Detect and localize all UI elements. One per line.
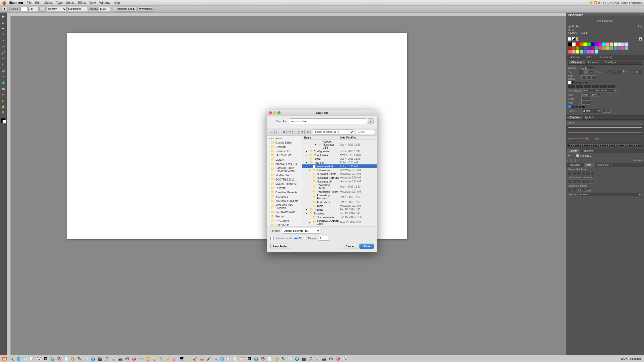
file-item-scripting[interactable]: ▾ 📁 Scripting Feb 15, 2014 1:49 [302, 211, 377, 215]
color-swatch[interactable] [598, 42, 602, 46]
corner-miter[interactable]: ⌐ [607, 70, 611, 74]
dock-item-14[interactable]: 🎵 [103, 355, 110, 362]
darker-btn[interactable]: ▼ [635, 37, 639, 41]
file-item-arrowheadai[interactable]: 📄 arrowhead.ai Today 10:42 AM [302, 164, 377, 168]
color-swatch[interactable] [598, 46, 602, 50]
color-swatch[interactable] [610, 42, 613, 46]
sidebar-item-*rixbiz04-05[interactable]: 📁*RixBiz04-05 [267, 153, 302, 157]
save-button[interactable]: Save [359, 244, 374, 249]
sidebar-item-mrsgodsort![interactable]: 📁MrsGodSort! [267, 173, 302, 177]
stroke-color[interactable] [20, 7, 27, 11]
dock-item-46[interactable]: 📷 [321, 355, 327, 362]
size-end[interactable] [591, 93, 600, 97]
paintbrush-tool[interactable]: 🖌 [1, 50, 6, 55]
color-swatch[interactable] [576, 46, 579, 50]
dock-item-17[interactable]: 🎮 [124, 355, 130, 362]
dock-item-38[interactable]: 📄 [266, 355, 273, 362]
pt-round[interactable] [68, 7, 88, 11]
rect-tool[interactable]: ▭ [1, 44, 6, 49]
spacing-input[interactable] [577, 188, 586, 192]
dashed-checkbox[interactable] [568, 81, 571, 84]
sidebar-item-fredrixweb2011[interactable]: 📁FredRixWeb2011 [267, 210, 302, 214]
scale-btn1[interactable] [581, 97, 585, 101]
dock-item-43[interactable]: 🎬 [300, 355, 307, 362]
artboard-eye[interactable]: 👁 [568, 154, 571, 157]
file-item-adobe-illustrator-cs[interactable]: ▾ 📁 Adobe Illustrator CS6 Dec 4, 2013 12… [302, 140, 377, 149]
color-swatch[interactable] [583, 42, 587, 46]
sidebar-item-archive_fred_rix[interactable]: 📁Archive_Fred_Rix [267, 162, 302, 166]
brush-item-1[interactable] [567, 125, 643, 130]
menu-help[interactable]: Help [113, 1, 120, 5]
sidebar-item-bcctrle2012[interactable]: 📁BCCTRLE2012 [267, 177, 302, 182]
dock-item-26[interactable]: 🎺 [185, 355, 191, 362]
gap2[interactable] [592, 84, 599, 88]
stroke-color-box[interactable] [3, 120, 6, 123]
tab-pathfinder[interactable]: Pathfinder [595, 163, 612, 167]
dock-item-18[interactable]: 🎯 [131, 355, 137, 362]
stroke-width[interactable] [28, 7, 38, 11]
use-artboards-checkbox[interactable] [270, 237, 274, 240]
dock-item-35[interactable]: 🖼 [246, 355, 253, 362]
sidebar-item-sswmc[interactable]: 📁SSWMC [267, 186, 302, 190]
white-fill[interactable] [568, 37, 571, 41]
dock-item-23[interactable]: 🔑 [165, 355, 171, 362]
dock-item-27[interactable]: 🎻 [192, 355, 198, 362]
size-start[interactable] [581, 93, 590, 97]
file-item-photoshop-formats[interactable]: 📁 Photoshop Formats Dec 4, 2013 12:51 [302, 194, 377, 200]
arrowhead-start[interactable]: None [581, 88, 599, 93]
sidebar-item-mylowtidings-all[interactable]: 📁MyLowTidings-All [267, 182, 302, 186]
dock-item-13[interactable]: 🎬 [97, 355, 103, 362]
preferences-btn[interactable]: Preferences [137, 7, 154, 12]
file-item-legal[interactable]: 📁 Legal Dec 4, 2013 12:49 [302, 157, 377, 161]
sidebar-item-mrsgodsdiary-creation[interactable]: 📁MrsGodsDiary-Creation [267, 203, 302, 210]
fill-color[interactable] [1, 118, 6, 123]
weight-input[interactable] [581, 66, 594, 70]
file-item-presets[interactable]: ▾ 📁 Presets Feb 15, 2014 1:50 [302, 208, 377, 211]
menu-object[interactable]: Object [44, 1, 53, 5]
dock-item-45[interactable]: 📡 [314, 355, 320, 362]
color-swatch[interactable] [576, 50, 579, 54]
spectrum[interactable] [576, 37, 579, 41]
sidebar-item-library[interactable]: 📁Library [267, 157, 302, 162]
hand-tool[interactable]: ✋ [1, 104, 6, 110]
color-swatch[interactable] [587, 42, 591, 46]
color-swatch[interactable] [591, 50, 594, 54]
brush-item-3[interactable] [567, 143, 643, 147]
minimize-button[interactable] [273, 111, 276, 114]
space-btn-1[interactable] [568, 188, 572, 192]
menu-window[interactable]: Window [99, 1, 110, 5]
dock-item-39[interactable]: 🎨 [273, 355, 280, 362]
dock-item-30[interactable]: 🔍 [212, 355, 219, 362]
none-fill[interactable] [572, 37, 575, 41]
dist-btn-5[interactable] [586, 179, 590, 184]
file-item-plug-ins[interactable]: ▾ 📁 Plug-ins Today 10:42 AM [302, 161, 377, 164]
tab-opentype[interactable]: OpenType [602, 61, 619, 64]
dock-item-37[interactable]: 📚 [260, 355, 266, 362]
apply-btn[interactable]: Apply [586, 188, 594, 192]
all-radio[interactable] [294, 237, 298, 240]
file-item-illustrator-ui[interactable]: 📁 Illustrator UI Yesterday 9:27 AM [302, 179, 377, 183]
dock-item-32[interactable]: 📧 [226, 355, 232, 362]
dock-item-44[interactable]: 🎵 [307, 355, 314, 362]
color-swatch[interactable] [568, 50, 572, 54]
tab-symbols[interactable]: Symbols [582, 116, 597, 119]
gap1[interactable] [576, 84, 583, 88]
lighter-btn[interactable]: ▲ [639, 37, 642, 41]
file-item-documentation[interactable]: 📁 Documentation Feb 15, 2014 12:06 [302, 215, 377, 219]
pen-tool[interactable]: ✒ [1, 26, 6, 31]
align-btn2[interactable] [586, 101, 590, 105]
gap3[interactable] [608, 84, 615, 88]
layer-btn-2[interactable] [571, 159, 575, 162]
dock-item-15[interactable]: 📡 [110, 355, 117, 362]
dock-item-40[interactable]: ✒️ [280, 355, 287, 362]
color-swatch[interactable] [617, 46, 621, 50]
file-item-cool-extras[interactable]: ▸ 📁 Cool Extras May 25, 2014 10:0 [302, 153, 377, 157]
view-columns[interactable]: ⋮⋮ [293, 130, 299, 134]
dock-item-20[interactable]: 🏆 [144, 355, 151, 362]
color-swatch[interactable] [580, 42, 583, 46]
color-swatch[interactable] [591, 42, 594, 46]
color-swatch[interactable] [583, 50, 587, 54]
dock-item-12[interactable]: 🌍 [90, 355, 96, 362]
hyphenate-checkbox[interactable] [568, 105, 571, 108]
color-swatch[interactable] [602, 42, 606, 46]
